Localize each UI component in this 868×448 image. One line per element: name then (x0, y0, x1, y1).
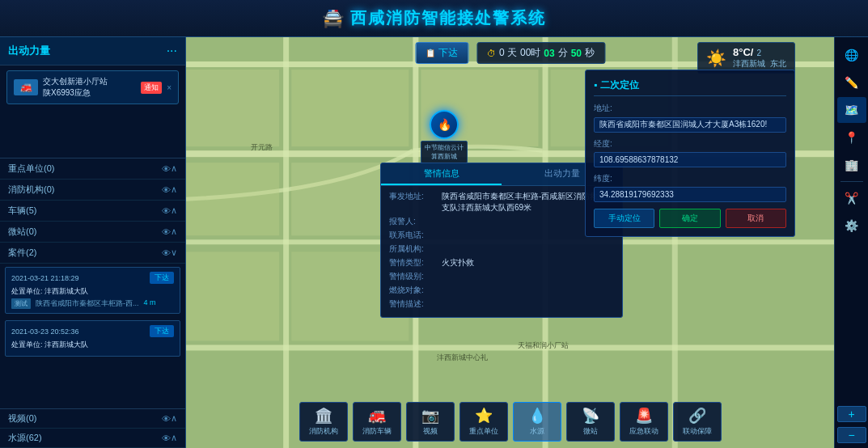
bottom-toolbar: 🏛️ 消防机构 🚒 消防车辆 📷 视频 ⭐ 重点单位 💧 水源 📡 微站 (299, 402, 722, 442)
btn-microstation[interactable]: 📡 微站 (566, 402, 615, 442)
cancel-button[interactable]: 取消 (726, 209, 786, 228)
lng-input[interactable] (594, 152, 786, 167)
marker-pin: 🔥 (430, 110, 459, 139)
secondary-buttons: 手动定位 确定 取消 (594, 209, 786, 228)
secondary-panel: ▪ 二次定位 地址: 经度: 纬度: 手动定位 确定 取消 (585, 70, 795, 237)
case-item-0[interactable]: 2021-03-21 21:18:29 下达 处置单位: 沣西新城大队 测试 陕… (5, 267, 180, 314)
dispatch-icon: 📋 (426, 49, 435, 57)
alert-text: 交大创新港小厅站 陕X6993应急 (43, 76, 136, 99)
btn-fire-vehicle[interactable]: 🚒 消防车辆 (353, 402, 401, 442)
lat-input[interactable] (594, 187, 786, 202)
category-item-video[interactable]: 视频(0) 👁 (0, 409, 185, 429)
category-item-vehicles[interactable]: 车辆(5) 👁 (0, 201, 185, 222)
weather-icon: ☀️ (706, 49, 726, 68)
left-panel: 出动力量 ··· 🚒 交大创新港小厅站 陕X6993应急 通知 × 重点单位(0… (0, 37, 186, 448)
category-item-key-units[interactable]: 重点单位(0) 👁 (0, 158, 185, 180)
confirm-button[interactable]: 确定 (659, 209, 720, 228)
water-icon: 💧 (528, 407, 546, 425)
clock-icon: ⏱ (487, 49, 496, 58)
arrow-icon-1[interactable] (171, 184, 177, 195)
address-row: 地址: (594, 103, 786, 133)
info-row-reporter: 报警人: (389, 216, 614, 227)
locate-button[interactable]: 手动定位 (594, 209, 654, 228)
info-row-phone: 联系电话: (389, 230, 614, 241)
arrow-icon-2[interactable] (171, 205, 177, 216)
header-icon: 🚔 (322, 8, 344, 29)
panel-title: 出动力量 (8, 44, 50, 58)
sidebar-btn-scissors[interactable]: ✂️ (837, 185, 866, 211)
sidebar-btn-globe[interactable]: 🌐 (837, 42, 866, 68)
map-marker[interactable]: 🔥 中节能信云计 算西新城 (421, 110, 468, 163)
case-tag-0: 测试 (11, 298, 31, 309)
main-container: 出动力量 ··· 🚒 交大创新港小厅站 陕X6993应急 通知 × 重点单位(0… (0, 37, 868, 448)
eye-icon-water[interactable]: 👁 (162, 433, 171, 443)
btn-linkage[interactable]: 🔗 联动保障 (673, 402, 722, 442)
emergency-icon: 🚨 (635, 407, 653, 425)
category-item-cases[interactable]: 案件(2) 👁 (0, 243, 185, 264)
arrow-icon-3[interactable] (171, 226, 177, 237)
sidebar-btn-building[interactable]: 🏢 (837, 152, 866, 178)
key-unit-icon: ⭐ (475, 407, 493, 425)
settings-icon: ⚙️ (845, 219, 858, 232)
eye-icon-2[interactable]: 👁 (162, 206, 171, 216)
btn-key-unit[interactable]: ⭐ 重点单位 (459, 402, 508, 442)
arrow-icon-0[interactable] (171, 163, 177, 174)
sidebar-btn-edit[interactable]: ✏️ (837, 70, 866, 95)
dispatch-button[interactable]: 📋 下达 (415, 42, 468, 64)
eye-icon-0[interactable]: 👁 (162, 164, 171, 174)
scissors-icon: ✂️ (845, 192, 858, 205)
btn-fire-org[interactable]: 🏛️ 消防机构 (299, 402, 348, 442)
sidebar-btn-map[interactable]: 🗺️ (837, 97, 866, 123)
address-input[interactable] (594, 117, 786, 133)
eye-icon-3[interactable]: 👁 (162, 227, 171, 237)
app-header: 🚔 西咸消防智能接处警系统 (0, 0, 868, 37)
lat-row: 纬度: (594, 173, 786, 202)
sidebar-btn-settings[interactable]: ⚙️ (837, 213, 866, 239)
building-icon: 🏢 (845, 158, 858, 171)
zoom-in-button[interactable]: + (837, 406, 866, 422)
fire-vehicle-icon: 🚒 (368, 407, 386, 425)
info-row-address: 事发地址: 陕西省咸阳市秦都区丰柜路-西咸新区消防救援支队沣西新城大队西69米 (389, 191, 614, 213)
btn-emergency[interactable]: 🚨 应急联动 (620, 402, 668, 442)
arrow-icon-water[interactable] (171, 433, 177, 443)
panel-dots[interactable]: ··· (167, 44, 177, 58)
sidebar-divider (840, 181, 863, 182)
fire-org-icon: 🏛️ (315, 407, 332, 425)
location-icon: 📍 (845, 131, 858, 144)
category-item-fire-org[interactable]: 消防机构(0) 👁 (0, 180, 185, 201)
case-dispatch-btn-1[interactable]: 下达 (150, 325, 174, 337)
fire-icon: 🔥 (438, 118, 451, 131)
timer-display: ⏱ 0 天 00时 03 分 50 秒 (476, 42, 605, 64)
linkage-icon: 🔗 (688, 407, 706, 425)
cases-section: 2021-03-21 21:18:29 下达 处置单位: 沣西新城大队 测试 陕… (0, 264, 185, 408)
arrow-icon-video[interactable] (171, 413, 177, 424)
header-title: 西咸消防智能接处警系统 (350, 7, 546, 29)
eye-icon-video[interactable]: 👁 (162, 414, 171, 424)
eye-icon-1[interactable]: 👁 (162, 185, 171, 195)
map-icon: 🗺️ (845, 104, 858, 116)
case-dispatch-btn-0[interactable]: 下达 (150, 272, 174, 284)
alert-close-icon[interactable]: × (167, 83, 171, 92)
case-distance-0: 4 m (144, 298, 156, 309)
category-item-microstation[interactable]: 微站(0) 👁 (0, 222, 185, 243)
btn-video[interactable]: 📷 视频 (406, 402, 455, 442)
category-list: 重点单位(0) 👁 消防机构(0) 👁 车辆(5) 👁 微站(0) 👁 案件(2 (0, 158, 185, 264)
tab-alert-info[interactable]: 警情信息 (381, 163, 502, 185)
btn-water[interactable]: 💧 水源 (513, 402, 561, 442)
zoom-out-button[interactable]: − (837, 427, 866, 443)
info-row-desc: 警情描述: (389, 298, 614, 310)
case-item-1[interactable]: 2021-03-23 20:52:36 下达 处置单位: 沣西新城大队 (5, 320, 180, 357)
info-row-level: 警情级别: (389, 271, 614, 282)
alert-badge: 通知 (141, 82, 162, 94)
eye-icon-4[interactable]: 👁 (162, 248, 171, 258)
info-row-org: 所属机构: (389, 243, 614, 255)
arrow-icon-4[interactable] (171, 247, 177, 258)
category-item-water[interactable]: 水源(62) 👁 (0, 429, 185, 448)
alert-item[interactable]: 🚒 交大创新港小厅站 陕X6993应急 通知 × (6, 70, 179, 104)
secondary-title: ▪ 二次定位 (594, 78, 786, 96)
truck-icon: 🚒 (14, 79, 38, 95)
map-toolbar: 📋 下达 ⏱ 0 天 00时 03 分 50 秒 (415, 42, 605, 64)
map-area[interactable]: 创业路 开元路 开元路 沣西新城中心礼 天福和润小厂站 🔥 中节能信云计 算西新… (186, 37, 834, 448)
sidebar-btn-location[interactable]: 📍 (837, 125, 866, 150)
spacer (0, 109, 185, 158)
